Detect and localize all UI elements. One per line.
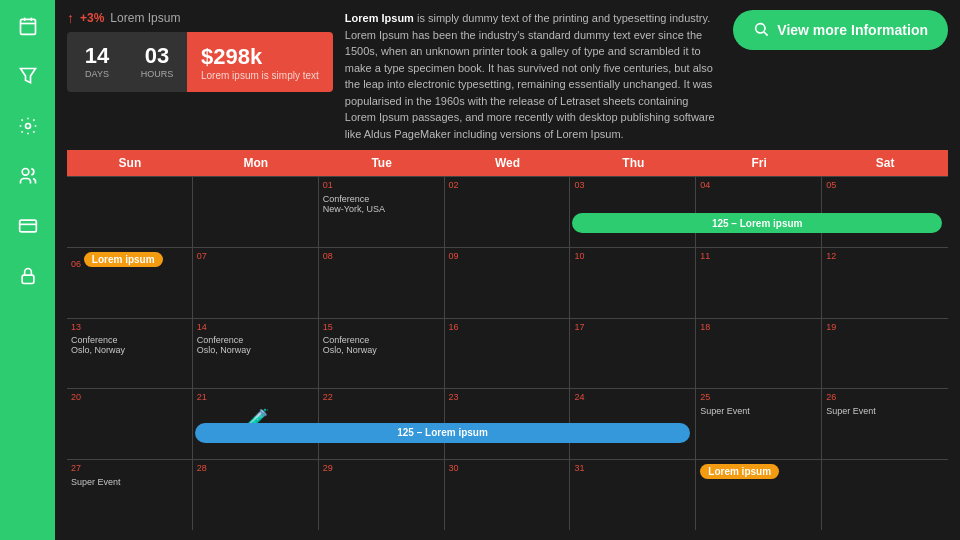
cal-week-2: 06 Lorem ipsum 07 08 09 10 11 12 [67, 247, 948, 318]
cal-cell-w5-sat[interactable] [822, 460, 948, 530]
calendar-icon[interactable] [12, 10, 44, 42]
cal-cell-w1-thu[interactable]: 03 [570, 177, 696, 247]
cal-cell-w3-sat[interactable]: 19 [822, 319, 948, 389]
trend-up-icon: ↑ [67, 10, 74, 26]
hours-number: 03 [145, 45, 169, 67]
top-right-btn: View more Information [733, 10, 948, 50]
svg-rect-9 [22, 275, 34, 283]
money-box: $298k Lorem ipsum is simply text [187, 32, 333, 92]
cal-cell-w1-fri[interactable]: 04 [696, 177, 822, 247]
days-stat: 14 DAYS [67, 32, 127, 92]
search-icon [753, 21, 769, 40]
calendar-header: Sun Mon Tue Wed Thu Fri Sat [67, 150, 948, 176]
svg-point-5 [25, 124, 30, 129]
trend-label: Lorem Ipsum [110, 11, 180, 25]
cal-header-thu: Thu [570, 150, 696, 176]
card-icon[interactable] [12, 210, 44, 242]
cal-cell-w2-thu[interactable]: 10 [570, 248, 696, 318]
cal-header-tue: Tue [319, 150, 445, 176]
cal-cell-w1-mon[interactable] [193, 177, 319, 247]
cal-week-5: 27 Super Event 28 29 30 31 Lorem ipsum [67, 459, 948, 530]
cal-cell-w1-sat[interactable]: 05 [822, 177, 948, 247]
cal-header-wed: Wed [445, 150, 571, 176]
stats-row: 14 DAYS 03 HOURS $298k Lorem ipsum is si… [67, 32, 333, 92]
svg-marker-4 [20, 69, 35, 83]
cal-cell-w3-tue[interactable]: 15 ConferenceOslo, Norway [319, 319, 445, 389]
cal-cell-w4-fri[interactable]: 25 Super Event [696, 389, 822, 459]
cal-cell-w1-tue[interactable]: 01 ConferenceNew-York, USA [319, 177, 445, 247]
cal-cell-w2-wed[interactable]: 09 [445, 248, 571, 318]
cal-week-3: 13 ConferenceOslo, Norway 14 ConferenceO… [67, 318, 948, 389]
cal-week-5-grid: 27 Super Event 28 29 30 31 Lorem ipsum [67, 460, 948, 530]
lorem-ipsum-badge-w5[interactable]: Lorem ipsum [700, 464, 779, 479]
cal-cell-w5-sun[interactable]: 27 Super Event [67, 460, 193, 530]
svg-rect-7 [19, 220, 36, 232]
cal-header-sun: Sun [67, 150, 193, 176]
cal-cell-w3-mon[interactable]: 14 ConferenceOslo, Norway [193, 319, 319, 389]
cal-cell-w2-sat[interactable]: 12 [822, 248, 948, 318]
hours-stat: 03 HOURS [127, 32, 187, 92]
hours-label: HOURS [141, 69, 174, 79]
cal-cell-w5-thu[interactable]: 31 [570, 460, 696, 530]
days-label: DAYS [85, 69, 109, 79]
cal-cell-w1-wed[interactable]: 02 [445, 177, 571, 247]
cal-cell-w1-sun[interactable] [67, 177, 193, 247]
cal-cell-w2-sun[interactable]: 06 Lorem ipsum [67, 248, 193, 318]
event-125-lorem-week4[interactable]: 125 – Lorem ipsum [195, 423, 690, 443]
cal-cell-w5-wed[interactable]: 30 [445, 460, 571, 530]
top-section: ↑ +3% Lorem Ipsum 14 DAYS 03 HOURS $298k… [67, 10, 948, 142]
cal-cell-w4-sat[interactable]: 26 Super Event [822, 389, 948, 459]
trend-row: ↑ +3% Lorem Ipsum [67, 10, 333, 26]
svg-rect-0 [20, 19, 35, 34]
cal-cell-w5-fri[interactable]: Lorem ipsum [696, 460, 822, 530]
cal-week-1-grid: 01 ConferenceNew-York, USA 02 03 04 05 [67, 177, 948, 247]
cal-cell-w2-fri[interactable]: 11 [696, 248, 822, 318]
cal-cell-w3-fri[interactable]: 18 [696, 319, 822, 389]
cal-header-sat: Sat [822, 150, 948, 176]
cal-header-fri: Fri [696, 150, 822, 176]
top-left-stats: ↑ +3% Lorem Ipsum 14 DAYS 03 HOURS $298k… [67, 10, 333, 92]
lock-icon[interactable] [12, 260, 44, 292]
info-text: Lorem Ipsum is simply dummy text of the … [345, 10, 722, 142]
filter-icon[interactable] [12, 60, 44, 92]
svg-point-6 [22, 169, 29, 176]
cal-cell-w5-mon[interactable]: 28 [193, 460, 319, 530]
view-more-label: View more Information [777, 22, 928, 38]
calendar-body: 01 ConferenceNew-York, USA 02 03 04 05 1… [67, 176, 948, 530]
cal-cell-w2-tue[interactable]: 08 [319, 248, 445, 318]
cal-week-3-grid: 13 ConferenceOslo, Norway 14 ConferenceO… [67, 319, 948, 389]
view-more-button[interactable]: View more Information [733, 10, 948, 50]
event-125-lorem-week1[interactable]: 125 – Lorem ipsum [572, 213, 942, 233]
lorem-ipsum-badge-w2[interactable]: Lorem ipsum [84, 252, 163, 267]
svg-point-10 [756, 23, 765, 32]
days-number: 14 [85, 45, 109, 67]
trend-percent: +3% [80, 11, 104, 25]
cal-cell-w2-mon[interactable]: 07 [193, 248, 319, 318]
cal-cell-w4-sun[interactable]: 20 [67, 389, 193, 459]
settings-icon[interactable] [12, 110, 44, 142]
cal-cell-w3-sun[interactable]: 13 ConferenceOslo, Norway [67, 319, 193, 389]
money-sub: Lorem ipsum is simply text [201, 70, 319, 81]
svg-line-11 [764, 32, 768, 36]
users-icon[interactable] [12, 160, 44, 192]
cal-header-mon: Mon [193, 150, 319, 176]
cal-week-4: 20 21 🧪 22 23 24 25 Super Event [67, 388, 948, 459]
cal-week-2-grid: 06 Lorem ipsum 07 08 09 10 11 12 [67, 248, 948, 318]
cal-cell-w5-tue[interactable]: 29 [319, 460, 445, 530]
cal-cell-w3-thu[interactable]: 17 [570, 319, 696, 389]
cal-cell-w3-wed[interactable]: 16 [445, 319, 571, 389]
sidebar [0, 0, 55, 540]
money-amount: $298k [201, 44, 319, 70]
calendar: Sun Mon Tue Wed Thu Fri Sat 01 Conferenc… [67, 150, 948, 530]
cal-week-1: 01 ConferenceNew-York, USA 02 03 04 05 1… [67, 176, 948, 247]
main-content: ↑ +3% Lorem Ipsum 14 DAYS 03 HOURS $298k… [55, 0, 960, 540]
